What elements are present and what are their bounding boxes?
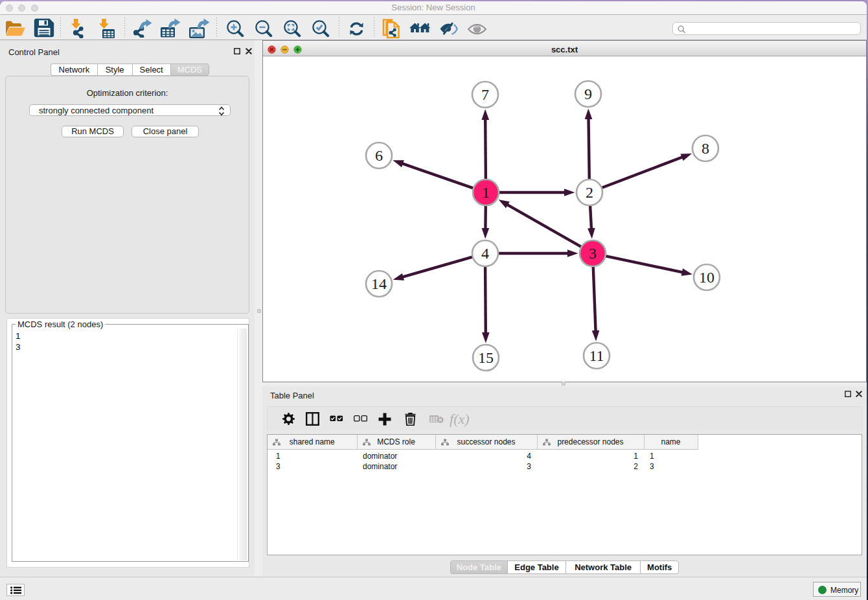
svg-text:7: 7 [481, 86, 489, 103]
svg-text:11: 11 [589, 347, 604, 364]
svg-text:14: 14 [371, 275, 387, 292]
svg-text:15: 15 [478, 349, 494, 366]
svg-text:10: 10 [699, 269, 714, 286]
svg-text:6: 6 [375, 147, 383, 164]
svg-text:3: 3 [589, 245, 597, 262]
svg-text:9: 9 [584, 86, 592, 102]
svg-text:8: 8 [702, 140, 709, 157]
svg-text:4: 4 [481, 245, 489, 262]
svg-text:2: 2 [586, 184, 593, 201]
svg-text:1: 1 [482, 184, 490, 201]
